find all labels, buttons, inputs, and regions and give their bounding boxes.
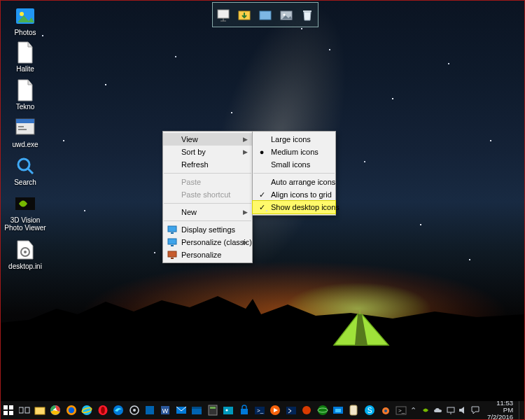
submenu-auto-arrange[interactable]: Auto arrange icons: [253, 176, 335, 188]
taskbar-opera[interactable]: [96, 402, 110, 418]
taskbar-media[interactable]: [268, 402, 282, 418]
svg-rect-32: [35, 407, 45, 414]
tray-volume-icon[interactable]: [458, 405, 468, 415]
menu-label: Show desktop icons: [271, 203, 340, 211]
desktop-icon-desktopini[interactable]: desktop.ini: [4, 239, 46, 270]
menu-view[interactable]: View▶: [163, 133, 252, 146]
desktop-icon-halite[interactable]: Halite: [4, 41, 46, 73]
taskbar-settings[interactable]: [127, 402, 141, 418]
svg-rect-16: [260, 11, 271, 20]
submenu-medium-icons[interactable]: ●Medium icons: [253, 146, 335, 158]
svg-point-11: [24, 251, 27, 253]
svg-point-58: [302, 406, 311, 414]
taskbar-clock[interactable]: 11:53 PM 7/2/2016: [483, 400, 516, 420]
system-tray: ⌃ 11:53 PM 7/2/2016: [409, 400, 524, 420]
menu-label: Sort by: [181, 148, 206, 156]
taskbar-ie[interactable]: [80, 402, 94, 418]
desktop[interactable]: Photos Halite Tekno uwd.exe Search 3D Vi…: [0, 0, 525, 420]
clock-time: 11:53 PM: [486, 400, 513, 414]
menu-label: Personalize: [181, 251, 221, 259]
submenu-arrow-icon: ▶: [243, 209, 248, 216]
icon-label: desktop.ini: [4, 262, 46, 270]
nvidia-icon: [14, 192, 36, 215]
taskbar-mahjong[interactable]: [346, 402, 360, 418]
start-button[interactable]: [1, 402, 15, 418]
tray-action-center-icon[interactable]: [470, 405, 480, 415]
submenu-show-desktop-icons[interactable]: ✓Show desktop icons: [253, 201, 335, 214]
taskbar-speedfan[interactable]: [300, 402, 314, 418]
submenu-large-icons[interactable]: Large icons: [253, 133, 335, 146]
tray-network-icon[interactable]: [446, 405, 456, 415]
desktop-icon-search[interactable]: Search: [4, 155, 46, 186]
taskbar-terminal[interactable]: >_: [253, 402, 267, 418]
taskbar-app-a[interactable]: [143, 402, 157, 418]
menu-sort-by[interactable]: Sort by▶: [163, 146, 252, 158]
menu-separator: [164, 203, 251, 204]
taskbar-globe[interactable]: [315, 402, 329, 418]
taskview-button[interactable]: [17, 402, 31, 418]
taskbar-powershell[interactable]: [284, 402, 298, 418]
svg-rect-52: [223, 407, 233, 414]
file-icon: [14, 79, 36, 102]
photos-icon: [14, 5, 36, 27]
shelf-toolbar[interactable]: [212, 2, 318, 27]
svg-rect-24: [168, 251, 176, 257]
menu-label: Medium icons: [271, 148, 318, 156]
menu-label: Align icons to grid: [271, 190, 332, 199]
menu-label: New: [181, 208, 197, 216]
menu-display-settings[interactable]: Display settings: [163, 223, 252, 236]
svg-point-53: [226, 409, 228, 411]
taskbar-edge[interactable]: [111, 402, 125, 418]
tray-up-icon[interactable]: ⌃: [409, 405, 419, 415]
desktop-icon-uwd[interactable]: uwd.exe: [4, 117, 46, 148]
menu-new[interactable]: New▶: [163, 206, 252, 218]
taskbar-chrome[interactable]: [48, 402, 62, 418]
taskbar-calculator[interactable]: [205, 402, 219, 418]
taskbar-store[interactable]: [237, 402, 251, 418]
menu-refresh[interactable]: Refresh: [163, 158, 252, 171]
menu-separator: [253, 173, 335, 174]
svg-rect-19: [303, 10, 312, 12]
taskbar-remote[interactable]: [331, 402, 345, 418]
menu-separator: [164, 220, 251, 221]
shelf-downloads-icon[interactable]: [237, 7, 252, 22]
svg-point-18: [283, 13, 285, 15]
desktop-icon-3dvision[interactable]: 3D Vision Photo Viewer: [4, 192, 46, 232]
svg-rect-51: [210, 407, 216, 409]
taskbar-photos[interactable]: [221, 402, 235, 418]
svg-point-36: [69, 407, 74, 413]
clock-date: 7/2/2016: [486, 414, 513, 420]
svg-rect-31: [25, 407, 29, 413]
shelf-recycle-bin-icon[interactable]: [300, 7, 315, 22]
taskbar-firefox[interactable]: [64, 402, 78, 418]
svg-rect-49: [192, 407, 202, 409]
shelf-documents-icon[interactable]: [258, 7, 273, 22]
submenu-small-icons[interactable]: Small icons: [253, 158, 335, 171]
menu-paste: Paste: [163, 176, 252, 188]
submenu-align-to-grid[interactable]: ✓Align icons to grid: [253, 188, 335, 201]
taskbar-calendar[interactable]: [190, 402, 204, 418]
menu-personalize[interactable]: Personalize: [163, 248, 252, 261]
taskbar-word[interactable]: W: [158, 402, 172, 418]
desktop-icon-tekno[interactable]: Tekno: [4, 79, 46, 111]
desktop-icon-photos[interactable]: Photos: [4, 5, 46, 36]
taskbar-skype[interactable]: S: [363, 402, 377, 418]
taskbar-mail[interactable]: [174, 402, 188, 418]
tray-nvidia-icon[interactable]: [421, 405, 431, 415]
tray-onedrive-icon[interactable]: [433, 405, 443, 415]
menu-label: Display settings: [181, 225, 235, 234]
tent-graphic: [330, 310, 393, 349]
svg-text:>_: >_: [257, 407, 264, 414]
shelf-presentation-icon[interactable]: [216, 7, 231, 22]
icon-label: 3D Vision Photo Viewer: [4, 216, 46, 232]
taskbar-blender[interactable]: [378, 402, 392, 418]
svg-rect-20: [168, 226, 176, 232]
svg-rect-63: [350, 405, 357, 415]
taskbar-cmd[interactable]: >_: [394, 402, 408, 418]
shelf-pictures-icon[interactable]: [279, 7, 294, 22]
taskbar-explorer[interactable]: [33, 402, 47, 418]
menu-personalize-classic[interactable]: Personalize (classic)▶: [163, 236, 252, 248]
show-desktop-button[interactable]: [519, 401, 523, 419]
svg-text:S: S: [368, 407, 372, 414]
submenu-arrow-icon: ▶: [243, 136, 248, 143]
